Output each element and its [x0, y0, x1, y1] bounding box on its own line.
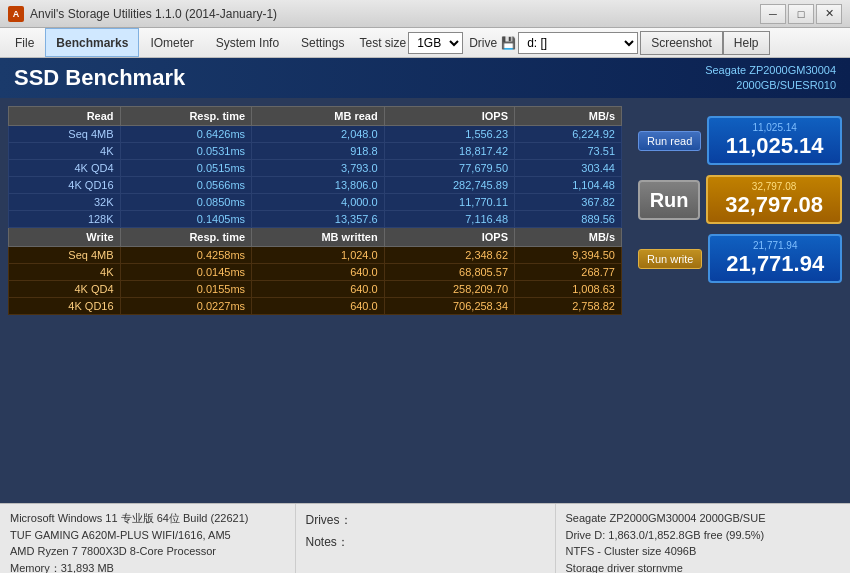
test-size-label: Test size [359, 36, 406, 50]
drive-label: Drive [469, 36, 497, 50]
write-table-header: Write Resp. time MB written IOPS MB/s [9, 228, 622, 247]
system-info: Microsoft Windows 11 专业版 64位 Build (2262… [0, 504, 295, 573]
run-write-button[interactable]: Run write [638, 249, 702, 269]
menu-settings[interactable]: Settings [290, 28, 355, 57]
table-row: 128K0.1405ms13,357.67,116.48889.56 [9, 211, 622, 228]
help-button[interactable]: Help [723, 31, 770, 55]
drive-icon: 💾 [501, 36, 516, 50]
run-read-row: Run read 11,025.14 11,025.14 [638, 106, 842, 165]
drive-detail: Seagate ZP2000GM30004 2000GB/SUE Drive D… [555, 504, 851, 573]
table-row: Seq 4MB0.6426ms2,048.01,556.236,224.92 [9, 126, 622, 143]
title-bar-controls: ─ □ ✕ [760, 4, 842, 24]
os-info: Microsoft Windows 11 专业版 64位 Build (2262… [10, 510, 285, 527]
drive-select[interactable]: d: [] [518, 32, 638, 54]
read-score-main: 11,025.14 [719, 133, 830, 159]
drive-info-line1: Seagate ZP2000GM30004 [705, 63, 836, 78]
col-iops-w: IOPS [384, 228, 514, 247]
table-row: 4K QD160.0227ms640.0706,258.342,758.82 [9, 298, 622, 315]
write-score-box: 21,771.94 21,771.94 [708, 234, 842, 283]
col-mbs-r: MB/s [515, 107, 622, 126]
table-row: 4K QD40.0515ms3,793.077,679.50303.44 [9, 160, 622, 177]
drive-detail-4: Storage driver stornvme [566, 560, 841, 574]
read-table-header: Read Resp. time MB read IOPS MB/s [9, 107, 622, 126]
ssd-header: SSD Benchmark Seagate ZP2000GM30004 2000… [0, 58, 850, 98]
col-resp-time-r: Resp. time [120, 107, 251, 126]
table-row: Seq 4MB0.4258ms1,024.02,348.629,394.50 [9, 247, 622, 264]
title-bar-text: Anvil's Storage Utilities 1.1.0 (2014-Ja… [30, 7, 760, 21]
right-panel: Run read 11,025.14 11,025.14 Run 32,797.… [630, 98, 850, 503]
col-write: Write [9, 228, 121, 247]
menu-system-info[interactable]: System Info [205, 28, 290, 57]
table-row: 4K QD40.0155ms640.0258,209.701,008.63 [9, 281, 622, 298]
col-resp-time-w: Resp. time [120, 228, 251, 247]
drive-detail-1: Seagate ZP2000GM30004 2000GB/SUE [566, 510, 841, 527]
table-row: 4K0.0531ms918.818,817.4273.51 [9, 143, 622, 160]
read-table: Read Resp. time MB read IOPS MB/s Seq 4M… [8, 106, 622, 315]
col-read: Read [9, 107, 121, 126]
drives-notes: Drives： Notes： [295, 504, 555, 573]
col-mb-written: MB written [252, 228, 385, 247]
run-score-box: 32,797.08 32,797.08 [706, 175, 842, 224]
run-write-row: Run write 21,771.94 21,771.94 [638, 234, 842, 283]
table-row: 4K0.0145ms640.068,805.57268.77 [9, 264, 622, 281]
run-read-button[interactable]: Run read [638, 131, 701, 151]
menu-file[interactable]: File [4, 28, 45, 57]
table-row: 32K0.0850ms4,000.011,770.11367.82 [9, 194, 622, 211]
bottom-bar: Microsoft Windows 11 专业版 64位 Build (2262… [0, 503, 850, 573]
memory-info: Memory：31,893 MB [10, 560, 285, 574]
motherboard-info: TUF GAMING A620M-PLUS WIFI/1616, AM5 [10, 527, 285, 544]
test-size-select[interactable]: 1GB 4GB [408, 32, 463, 54]
minimize-button[interactable]: ─ [760, 4, 786, 24]
menu-benchmarks[interactable]: Benchmarks [45, 28, 139, 57]
notes-label: Notes： [306, 532, 545, 554]
screenshot-button[interactable]: Screenshot [640, 31, 723, 55]
cpu-info: AMD Ryzen 7 7800X3D 8-Core Processor [10, 543, 285, 560]
title-bar: A Anvil's Storage Utilities 1.1.0 (2014-… [0, 0, 850, 28]
ssd-title: SSD Benchmark [14, 65, 705, 91]
drive-info-line2: 2000GB/SUESR010 [705, 78, 836, 93]
menu-bar: File Benchmarks IOmeter System Info Sett… [0, 28, 850, 58]
run-button[interactable]: Run [638, 180, 700, 220]
drives-label: Drives： [306, 510, 545, 532]
write-score-main: 21,771.94 [720, 251, 830, 277]
col-iops-r: IOPS [384, 107, 514, 126]
drive-info: Seagate ZP2000GM30004 2000GB/SUESR010 [705, 63, 836, 94]
maximize-button[interactable]: □ [788, 4, 814, 24]
col-mbs-w: MB/s [515, 228, 622, 247]
run-main-row: Run 32,797.08 32,797.08 [638, 171, 842, 228]
run-score-sub: 32,797.08 [718, 181, 830, 192]
table-row: 4K QD160.0566ms13,806.0282,745.891,104.4… [9, 177, 622, 194]
bench-table: Read Resp. time MB read IOPS MB/s Seq 4M… [0, 98, 630, 503]
close-button[interactable]: ✕ [816, 4, 842, 24]
write-score-sub: 21,771.94 [720, 240, 830, 251]
drive-detail-3: NTFS - Cluster size 4096B [566, 543, 841, 560]
drive-detail-2: Drive D: 1,863.0/1,852.8GB free (99.5%) [566, 527, 841, 544]
read-score-sub: 11,025.14 [719, 122, 830, 133]
main-content: Read Resp. time MB read IOPS MB/s Seq 4M… [0, 98, 850, 503]
menu-iometer[interactable]: IOmeter [139, 28, 204, 57]
app-icon: A [8, 6, 24, 22]
col-mb-read: MB read [252, 107, 385, 126]
run-score-main: 32,797.08 [718, 192, 830, 218]
read-score-box: 11,025.14 11,025.14 [707, 116, 842, 165]
